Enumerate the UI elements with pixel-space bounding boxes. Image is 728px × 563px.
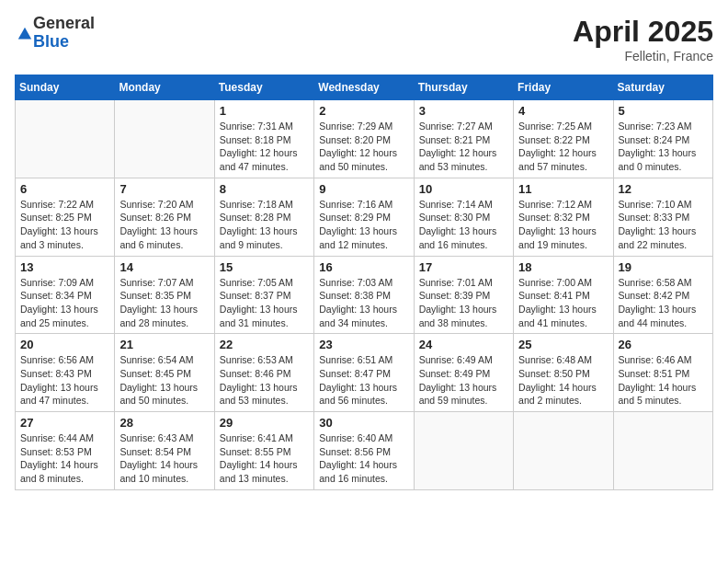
day-info: Sunrise: 6:46 AM Sunset: 8:51 PM Dayligh… [619, 353, 708, 408]
calendar-cell: 28Sunrise: 6:43 AM Sunset: 8:54 PM Dayli… [115, 412, 214, 490]
calendar-cell: 27Sunrise: 6:44 AM Sunset: 8:53 PM Dayli… [16, 412, 115, 490]
day-number: 12 [619, 182, 708, 196]
calendar-header-row: SundayMondayTuesdayWednesdayThursdayFrid… [16, 75, 713, 100]
calendar-cell: 21Sunrise: 6:54 AM Sunset: 8:45 PM Dayli… [115, 334, 214, 412]
day-info: Sunrise: 7:14 AM Sunset: 8:30 PM Dayligh… [419, 198, 508, 252]
calendar-cell: 24Sunrise: 6:49 AM Sunset: 8:49 PM Dayli… [414, 334, 513, 412]
day-info: Sunrise: 7:10 AM Sunset: 8:33 PM Dayligh… [619, 198, 708, 252]
day-number: 30 [319, 416, 408, 430]
calendar-cell: 30Sunrise: 6:40 AM Sunset: 8:56 PM Dayli… [314, 412, 414, 490]
calendar-cell: 10Sunrise: 7:14 AM Sunset: 8:30 PM Dayli… [414, 178, 513, 256]
calendar-cell: 8Sunrise: 7:18 AM Sunset: 8:28 PM Daylig… [214, 178, 313, 256]
day-info: Sunrise: 7:01 AM Sunset: 8:39 PM Dayligh… [419, 276, 508, 330]
day-number: 29 [220, 416, 309, 430]
calendar-cell: 2Sunrise: 7:29 AM Sunset: 8:20 PM Daylig… [314, 100, 414, 178]
day-number: 17 [419, 260, 508, 274]
day-info: Sunrise: 7:27 AM Sunset: 8:21 PM Dayligh… [419, 120, 508, 174]
day-info: Sunrise: 6:48 AM Sunset: 8:50 PM Dayligh… [518, 353, 608, 408]
day-info: Sunrise: 7:09 AM Sunset: 8:34 PM Dayligh… [20, 276, 109, 330]
page-header: General Blue April 2025 Felletin, France [15, 15, 713, 63]
day-info: Sunrise: 7:20 AM Sunset: 8:26 PM Dayligh… [119, 198, 209, 252]
calendar-cell: 20Sunrise: 6:56 AM Sunset: 8:43 PM Dayli… [16, 334, 115, 412]
day-number: 19 [619, 260, 708, 274]
calendar-cell: 4Sunrise: 7:25 AM Sunset: 8:22 PM Daylig… [514, 100, 613, 178]
day-info: Sunrise: 7:12 AM Sunset: 8:32 PM Dayligh… [518, 198, 608, 252]
day-number: 1 [220, 104, 309, 118]
day-of-week-header: Sunday [16, 75, 115, 100]
day-number: 4 [518, 104, 608, 118]
title-area: April 2025 Felletin, France [573, 15, 713, 63]
day-number: 27 [20, 416, 109, 430]
day-info: Sunrise: 7:29 AM Sunset: 8:20 PM Dayligh… [319, 120, 408, 174]
day-info: Sunrise: 6:41 AM Sunset: 8:55 PM Dayligh… [220, 431, 309, 486]
day-info: Sunrise: 6:44 AM Sunset: 8:53 PM Dayligh… [20, 431, 109, 486]
calendar-cell: 3Sunrise: 7:27 AM Sunset: 8:21 PM Daylig… [414, 100, 513, 178]
day-of-week-header: Saturday [613, 75, 712, 100]
day-number: 25 [518, 338, 608, 351]
logo-icon [17, 26, 33, 42]
day-number: 24 [419, 338, 508, 351]
day-of-week-header: Tuesday [214, 75, 313, 100]
day-info: Sunrise: 6:54 AM Sunset: 8:45 PM Dayligh… [119, 353, 209, 408]
calendar-cell: 23Sunrise: 6:51 AM Sunset: 8:47 PM Dayli… [314, 334, 414, 412]
day-number: 14 [119, 260, 209, 274]
calendar-cell: 14Sunrise: 7:07 AM Sunset: 8:35 PM Dayli… [115, 256, 214, 334]
day-info: Sunrise: 7:25 AM Sunset: 8:22 PM Dayligh… [518, 120, 608, 174]
calendar-cell [414, 412, 513, 490]
day-of-week-header: Monday [115, 75, 214, 100]
day-of-week-header: Friday [514, 75, 613, 100]
day-info: Sunrise: 6:58 AM Sunset: 8:42 PM Dayligh… [619, 276, 708, 330]
day-of-week-header: Wednesday [314, 75, 414, 100]
day-info: Sunrise: 7:18 AM Sunset: 8:28 PM Dayligh… [220, 198, 309, 252]
day-number: 13 [20, 260, 109, 274]
calendar-cell: 6Sunrise: 7:22 AM Sunset: 8:25 PM Daylig… [16, 178, 115, 256]
day-info: Sunrise: 6:56 AM Sunset: 8:43 PM Dayligh… [20, 353, 109, 408]
day-number: 21 [119, 338, 209, 351]
month-title: April 2025 [573, 15, 713, 49]
day-info: Sunrise: 7:16 AM Sunset: 8:29 PM Dayligh… [319, 198, 408, 252]
calendar-cell: 15Sunrise: 7:05 AM Sunset: 8:37 PM Dayli… [214, 256, 313, 334]
day-number: 23 [319, 338, 408, 351]
day-number: 15 [220, 260, 309, 274]
calendar-cell: 18Sunrise: 7:00 AM Sunset: 8:41 PM Dayli… [514, 256, 613, 334]
day-number: 5 [619, 104, 708, 118]
day-info: Sunrise: 7:22 AM Sunset: 8:25 PM Dayligh… [20, 198, 109, 252]
calendar-cell: 1Sunrise: 7:31 AM Sunset: 8:18 PM Daylig… [214, 100, 313, 178]
calendar-cell [613, 412, 712, 490]
day-info: Sunrise: 6:49 AM Sunset: 8:49 PM Dayligh… [419, 353, 508, 408]
svg-marker-0 [18, 28, 31, 40]
calendar-cell: 25Sunrise: 6:48 AM Sunset: 8:50 PM Dayli… [514, 334, 613, 412]
calendar-cell: 9Sunrise: 7:16 AM Sunset: 8:29 PM Daylig… [314, 178, 414, 256]
day-info: Sunrise: 7:23 AM Sunset: 8:24 PM Dayligh… [619, 120, 708, 174]
calendar-cell: 26Sunrise: 6:46 AM Sunset: 8:51 PM Dayli… [613, 334, 712, 412]
calendar-cell [16, 100, 115, 178]
logo-general: General [33, 15, 95, 33]
calendar-week-row: 13Sunrise: 7:09 AM Sunset: 8:34 PM Dayli… [16, 256, 713, 334]
day-number: 26 [619, 338, 708, 351]
calendar-cell: 5Sunrise: 7:23 AM Sunset: 8:24 PM Daylig… [613, 100, 712, 178]
calendar-cell: 12Sunrise: 7:10 AM Sunset: 8:33 PM Dayli… [613, 178, 712, 256]
day-info: Sunrise: 6:53 AM Sunset: 8:46 PM Dayligh… [220, 353, 309, 408]
day-number: 16 [319, 260, 408, 274]
day-number: 8 [220, 182, 309, 196]
day-number: 6 [20, 182, 109, 196]
day-info: Sunrise: 6:40 AM Sunset: 8:56 PM Dayligh… [319, 431, 408, 486]
day-number: 2 [319, 104, 408, 118]
calendar-week-row: 6Sunrise: 7:22 AM Sunset: 8:25 PM Daylig… [16, 178, 713, 256]
calendar-week-row: 20Sunrise: 6:56 AM Sunset: 8:43 PM Dayli… [16, 334, 713, 412]
day-info: Sunrise: 7:05 AM Sunset: 8:37 PM Dayligh… [220, 276, 309, 330]
calendar-cell: 19Sunrise: 6:58 AM Sunset: 8:42 PM Dayli… [613, 256, 712, 334]
day-info: Sunrise: 7:00 AM Sunset: 8:41 PM Dayligh… [518, 276, 608, 330]
calendar-cell: 17Sunrise: 7:01 AM Sunset: 8:39 PM Dayli… [414, 256, 513, 334]
day-info: Sunrise: 6:43 AM Sunset: 8:54 PM Dayligh… [119, 431, 209, 486]
calendar-cell [514, 412, 613, 490]
day-number: 10 [419, 182, 508, 196]
logo-text: General Blue [33, 15, 95, 52]
day-info: Sunrise: 7:07 AM Sunset: 8:35 PM Dayligh… [119, 276, 209, 330]
day-number: 3 [419, 104, 508, 118]
day-number: 9 [319, 182, 408, 196]
day-number: 11 [518, 182, 608, 196]
calendar-cell: 13Sunrise: 7:09 AM Sunset: 8:34 PM Dayli… [16, 256, 115, 334]
day-number: 22 [220, 338, 309, 351]
day-of-week-header: Thursday [414, 75, 513, 100]
